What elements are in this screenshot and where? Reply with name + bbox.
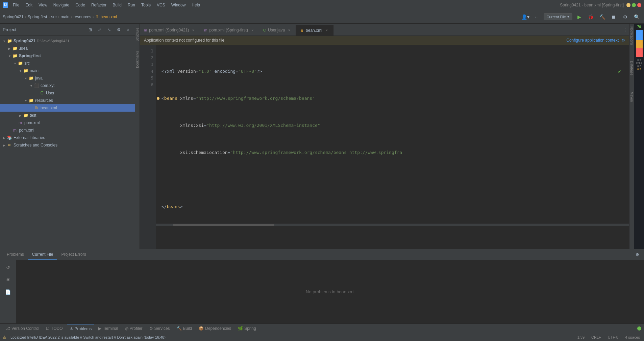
breadcrumb-module[interactable]: Spring-first [27, 15, 47, 19]
tree-pom-spring-first[interactable]: m pom.xml [0, 119, 135, 127]
menu-navigate[interactable]: Navigate [51, 2, 72, 8]
resources-toggle[interactable]: ▾ [23, 98, 28, 103]
breadcrumb-main[interactable]: main [60, 15, 69, 19]
tree-resources[interactable]: ▾ 📁 resources [0, 97, 135, 104]
minimize-button[interactable] [626, 3, 630, 7]
horizontal-scrollbar[interactable] [156, 224, 629, 226]
tree-com-xyt[interactable]: ▾ ⬛ com.xyt [0, 82, 135, 89]
root-toggle[interactable]: ▾ [1, 38, 7, 44]
build-button[interactable]: 🔨 [597, 12, 607, 22]
tree-src[interactable]: ▾ 📁 src [0, 60, 135, 67]
tree-test[interactable]: ▶ 📁 test [0, 112, 135, 119]
scope-button[interactable]: ⊞ [86, 26, 94, 34]
tab-pom-spring-first[interactable]: m pom.xml (Spring-first) × [200, 25, 259, 36]
tree-main[interactable]: ▾ 📁 main [0, 67, 135, 74]
bottom-settings-button[interactable]: ⚙ [633, 251, 641, 259]
status-indent[interactable]: 4 spaces [624, 335, 641, 339]
menu-edit[interactable]: Edit [23, 2, 35, 8]
status-line-ending[interactable]: CRLF [590, 335, 602, 339]
src-toggle[interactable]: ▾ [12, 61, 18, 66]
scrollbar-thumb[interactable] [173, 224, 274, 226]
menu-help[interactable]: Help [189, 2, 203, 8]
code-content[interactable]: <?xml version="1.0" encoding="UTF-8"?> ✔… [156, 45, 629, 249]
menu-code[interactable]: Code [73, 2, 88, 8]
breadcrumb-project[interactable]: Spring0421 [3, 15, 23, 19]
tab-pom-spring0421-close[interactable]: × [191, 28, 196, 32]
tree-spring-first[interactable]: ▾ 📁 Spring-first [0, 52, 135, 60]
status-update-text[interactable]: Localized IntelliJ IDEA 2022.2 is availa… [10, 335, 573, 339]
bottom-tab-project-errors[interactable]: Project Errors [57, 249, 90, 260]
tab-bean-xml-close[interactable]: × [324, 28, 329, 33]
stop-button[interactable]: ⏹ [609, 12, 618, 22]
status-encoding[interactable]: UTF-8 [606, 335, 620, 339]
sidebar-close-button[interactable]: × [124, 26, 132, 34]
breadcrumb-resources[interactable]: resources [73, 15, 91, 19]
tree-java[interactable]: ▾ 📁 java [0, 74, 135, 82]
maximize-button[interactable] [632, 3, 636, 7]
scratches-toggle[interactable]: ▶ [1, 142, 7, 148]
tab-user-java[interactable]: C User.java × [259, 25, 296, 36]
tree-idea[interactable]: ▶ 📁 .idea [0, 45, 135, 52]
com-xyt-toggle[interactable]: ▾ [28, 83, 34, 88]
settings-button[interactable]: ⚙ [620, 12, 630, 22]
menu-tools[interactable]: Tools [139, 2, 153, 8]
menu-file[interactable]: File [10, 2, 22, 8]
bottom-eye-button[interactable]: 👁 [3, 275, 13, 285]
toolbar-profiler[interactable]: ◎ Profiler [122, 324, 145, 333]
toolbar-build[interactable]: 🔨 Build [174, 324, 195, 333]
toolbar-dependencies[interactable]: 📦 Dependencies [196, 324, 234, 333]
tab-user-java-close[interactable]: × [287, 28, 292, 32]
toolbar-todo[interactable]: ☑ TODO [43, 324, 65, 333]
tab-pom-spring0421[interactable]: m pom.xml (Spring0421) × [140, 25, 200, 36]
breadcrumb-src[interactable]: src [51, 15, 56, 19]
ext-libs-toggle[interactable]: ▶ [1, 135, 7, 140]
idea-toggle[interactable]: ▶ [7, 46, 12, 51]
tree-pom-root[interactable]: m pom.xml [0, 127, 135, 134]
menu-run[interactable]: Run [125, 2, 138, 8]
test-toggle[interactable]: ▶ [18, 113, 23, 118]
bottom-refresh-button[interactable]: ↺ [3, 263, 13, 272]
menu-vcs[interactable]: VCS [154, 2, 168, 8]
tree-root[interactable]: ▾ 📁 Spring0421 D:\Java\Spring0421 [0, 37, 135, 45]
breadcrumb-file[interactable]: 🗎 bean.xml [95, 15, 117, 19]
tree-scratches[interactable]: ▶ ✏ Scratches and Consoles [0, 141, 135, 149]
status-position[interactable]: 1:39 [576, 335, 586, 339]
search-everywhere-button[interactable]: 🔍 [632, 12, 641, 22]
bottom-tab-problems[interactable]: Problems [3, 249, 28, 260]
maven-label[interactable]: Maven [629, 90, 634, 103]
configure-gear-icon[interactable]: ⚙ [621, 38, 625, 43]
run-button[interactable]: ▶ [574, 12, 584, 22]
bottom-tab-current-file[interactable]: Current File [28, 249, 57, 260]
close-button[interactable] [637, 3, 641, 7]
menu-refactor[interactable]: Refactor [89, 2, 109, 8]
toolbar-spring[interactable]: 🌿 Spring [235, 324, 259, 333]
tree-user[interactable]: C User [0, 89, 135, 97]
sidebar-settings-button[interactable]: ⚙ [115, 26, 123, 34]
account-icon[interactable]: 👤▾ [521, 12, 530, 22]
debug-button[interactable]: 🐞 [586, 12, 595, 22]
configure-context-link[interactable]: Configure application context [566, 38, 619, 43]
bottom-file-button[interactable]: 📄 [3, 287, 13, 297]
expand-all-button[interactable]: ⤢ [96, 26, 104, 34]
menu-window[interactable]: Window [169, 2, 189, 8]
java-toggle[interactable]: ▾ [23, 75, 28, 81]
spring-first-toggle[interactable]: ▾ [7, 53, 12, 59]
tree-bean-xml[interactable]: 🗎 bean.xml [0, 104, 135, 112]
notifications-label[interactable]: Notifications [629, 25, 634, 46]
menu-build[interactable]: Build [110, 2, 124, 8]
run-config-button[interactable]: Current File ▾ [544, 13, 572, 20]
tab-bean-xml[interactable]: 🗎 bean.xml × [296, 25, 333, 36]
toolbar-terminal[interactable]: ▶ Terminal [96, 324, 121, 333]
toolbar-problems[interactable]: ⚠ Problems [67, 324, 95, 333]
back-button[interactable]: ← [532, 12, 542, 22]
bookmarks-label[interactable]: Bookmarks [135, 50, 140, 69]
tree-ext-libs[interactable]: ▶ 📚 External Libraries [0, 134, 135, 141]
structure-label[interactable]: Structure [135, 26, 140, 43]
tab-pom-spring-first-close[interactable]: × [250, 28, 255, 32]
main-toggle[interactable]: ▾ [18, 68, 23, 73]
tabs-more-button[interactable]: ⋮ [621, 25, 629, 36]
collapse-all-button[interactable]: ⤡ [105, 26, 113, 34]
toolbar-version-control[interactable]: ⎇ Version Control [3, 324, 42, 333]
menu-view[interactable]: View [36, 2, 50, 8]
toolbar-services[interactable]: ⚙ Services [147, 324, 173, 333]
